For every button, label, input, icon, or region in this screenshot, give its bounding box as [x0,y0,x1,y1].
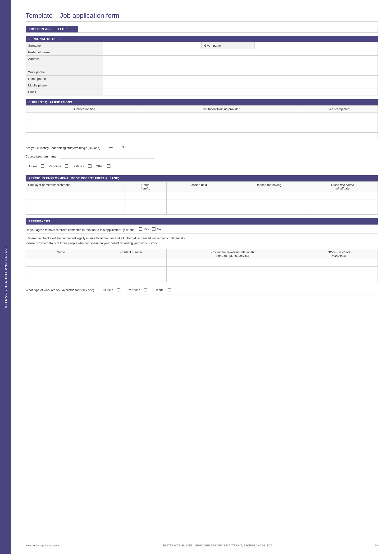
given-name-value[interactable] [255,42,378,49]
given-name-label: Given name [202,42,255,49]
ref-yes-checkbox[interactable] [139,227,142,231]
casual-avail-checkbox[interactable] [168,289,171,292]
office-3[interactable] [307,207,378,214]
table-row [26,126,378,133]
qual-title-3[interactable] [26,126,142,133]
qual-year-2[interactable] [300,119,378,126]
address-value-2[interactable] [103,62,378,69]
table-row [26,199,378,207]
ref-pos-label-a: Position held/working relationship [169,250,298,254]
main-content: Template – Job application form POSITION… [11,0,392,554]
page-title: Template – Job application form [26,12,378,21]
mobile-phone-label: Mobile phone [26,82,103,89]
mobile-phone-value[interactable] [103,82,378,89]
ref-no-checkbox-area: No [152,227,161,231]
work-phone-value[interactable] [103,69,378,76]
reason-2[interactable] [230,199,307,207]
fulltime-label: Full-time [26,164,37,168]
reason-1[interactable] [230,192,307,199]
parttime-checkbox[interactable] [65,164,68,168]
parttime-avail-label: Part-time [128,288,140,292]
qual-title-1[interactable] [26,113,142,119]
table-row [26,113,378,119]
surname-value[interactable] [103,42,202,49]
course-line: Course/program name [26,153,378,161]
preferred-name-value[interactable] [103,49,378,56]
dates-3[interactable] [124,207,166,214]
qual-year-3[interactable] [300,126,378,133]
table-row [26,274,378,282]
table-row [26,267,378,274]
ref-position-2[interactable] [167,267,300,274]
fulltime-avail-label: Full-time [101,288,113,292]
ref-office-1[interactable] [300,259,378,267]
other-checkbox[interactable] [107,164,111,168]
address-label-2 [26,62,103,69]
distance-checkbox-area: Distance [72,164,91,168]
email-value[interactable] [103,89,378,96]
office-check-col-header: Office use check Initial/date [307,181,378,192]
ref-office-header: Office use check Initial/date [300,249,378,259]
parttime-avail-checkbox[interactable] [144,289,147,292]
reason-3[interactable] [230,207,307,214]
ref-position-3[interactable] [167,274,300,282]
ref-office-2[interactable] [300,267,378,274]
qual-year-1[interactable] [300,113,378,119]
personal-details-table: Surname Given name Preferred name Addres… [26,42,378,96]
office-2[interactable] [307,199,378,207]
ref-contact-header: Contact number [96,249,167,259]
personal-details-section: PERSONAL DETAILS Surname Given name Pref… [26,36,378,96]
qual-title-2[interactable] [26,119,142,126]
no-checkbox[interactable] [117,146,120,149]
ref-position-1[interactable] [167,259,300,267]
qual-title-4[interactable] [26,133,142,139]
ref-contact-2[interactable] [96,267,167,274]
qual-institution-2[interactable] [142,119,300,126]
ref-office-3[interactable] [300,274,378,282]
qual-institution-3[interactable] [142,126,300,133]
address-value[interactable] [103,56,378,62]
footer-right: 39 [375,544,378,547]
employer-1[interactable] [26,192,124,199]
distance-label: Distance [72,164,85,168]
fulltime-checkbox[interactable] [41,164,44,168]
home-phone-value[interactable] [103,76,378,82]
qualifications-section: CURRENT QUALIFICATIONS Qualification tit… [26,99,378,139]
ref-name-2[interactable] [26,267,96,274]
fulltime-avail-checkbox[interactable] [117,289,120,292]
ref-contact-1[interactable] [96,259,167,267]
position-label: POSITION APPLIED FOR [26,26,78,32]
ref-name-3[interactable] [26,274,96,282]
qual-header-row: Qualification title Institution/Training… [26,106,378,113]
ref-office-label-a: Office use check [303,250,375,254]
qual-institution-1[interactable] [142,113,300,119]
office-1[interactable] [307,192,378,199]
dates-1[interactable] [124,192,166,199]
position-3[interactable] [166,207,230,214]
employer-3[interactable] [26,207,124,214]
ref-header-row: Name Contact number Position held/workin… [26,249,378,259]
employer-2[interactable] [26,199,124,207]
ref-contact-3[interactable] [96,274,167,282]
qualifications-table: Qualification title Institution/Training… [26,105,378,139]
distance-checkbox[interactable] [88,164,91,168]
ref-pos-label-b: (for example, supervisor) [169,254,298,257]
position-1[interactable] [166,192,230,199]
qual-institution-4[interactable] [142,133,300,139]
ref-no-checkbox[interactable] [152,227,155,231]
table-row [26,259,378,267]
ref-name-1[interactable] [26,259,96,267]
surname-label: Surname [26,42,103,49]
yes-checkbox[interactable] [104,146,107,149]
dates-2[interactable] [124,199,166,207]
other-label: Other [96,164,104,168]
position-2[interactable] [166,199,230,207]
initial-date-label: Initial/date [310,187,375,190]
position-value[interactable] [78,26,378,32]
qual-year-4[interactable] [300,133,378,139]
course-value[interactable] [60,155,154,159]
prev-emp-header-row: Employer name/establishment Dates from/t… [26,181,378,192]
references-header: REFERENCES [26,218,378,225]
table-row [26,119,378,126]
yes-label: Yes [109,145,113,149]
